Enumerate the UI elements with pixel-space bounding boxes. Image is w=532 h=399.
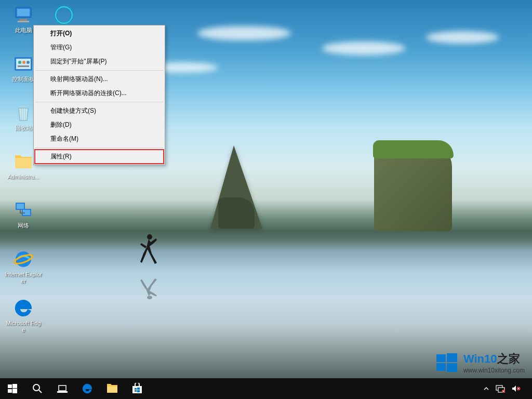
svg-point-8	[18, 61, 21, 64]
svg-rect-26	[8, 389, 12, 393]
svg-rect-30	[59, 385, 66, 391]
desktop-icon-internet-explorer[interactable]: Internet Explorer	[4, 246, 43, 291]
taskbar-file-explorer-button[interactable]	[100, 378, 125, 399]
cortana-icon	[53, 4, 75, 26]
wallpaper-runner	[134, 233, 160, 268]
tray-network-icon[interactable]	[493, 378, 508, 399]
menu-item-open[interactable]: 打开(O)	[35, 26, 164, 41]
menu-separator	[35, 148, 163, 148]
desktop-icon-label: Administra...	[7, 174, 39, 180]
svg-rect-13	[17, 204, 24, 209]
tray-clock[interactable]	[524, 378, 532, 399]
svg-rect-7	[16, 59, 31, 69]
svg-rect-37	[137, 390, 140, 392]
svg-point-10	[26, 61, 30, 64]
svg-rect-5	[18, 21, 29, 22]
desktop-icon-network[interactable]: 网络	[4, 197, 43, 242]
tray-overflow-button[interactable]	[480, 378, 493, 399]
this-pc-icon	[12, 4, 34, 26]
search-button[interactable]	[25, 378, 50, 399]
watermark-title: Win10之家	[463, 351, 525, 367]
tray-volume-icon[interactable]	[508, 378, 524, 399]
start-button[interactable]	[0, 378, 25, 399]
task-view-button[interactable]	[50, 378, 75, 399]
control-panel-icon	[12, 53, 34, 75]
wallpaper-rock-right	[364, 130, 468, 231]
svg-rect-35	[137, 388, 140, 390]
menu-separator	[35, 102, 163, 102]
context-menu: 打开(O) 管理(G) 固定到"开始"屏幕(P) 映射网络驱动器(N)... 断…	[33, 25, 165, 165]
svg-point-0	[147, 234, 152, 240]
menu-item-manage[interactable]: 管理(G)	[35, 41, 164, 55]
taskbar-edge-button[interactable]	[75, 378, 100, 399]
desktop-icon-label: 回收站	[15, 125, 32, 131]
desktop-icon-label: Internet Explorer	[5, 271, 42, 284]
svg-point-9	[22, 61, 25, 64]
desktop-icon-label: 网络	[18, 222, 29, 229]
svg-rect-4	[20, 19, 27, 21]
menu-item-properties[interactable]: 属性(R)	[35, 150, 164, 164]
desktop-icon-label: Microsoft Edge	[5, 320, 42, 333]
svg-point-1	[147, 296, 152, 299]
menu-item-map-network-drive[interactable]: 映射网络驱动器(N)...	[35, 72, 164, 86]
menu-item-rename[interactable]: 重命名(M)	[35, 132, 164, 146]
windows-logo-icon	[435, 351, 458, 374]
svg-rect-31	[57, 391, 68, 393]
desktop-icon-label: 控制面板	[12, 76, 35, 83]
edge-icon	[12, 297, 34, 319]
svg-rect-36	[135, 390, 137, 392]
menu-item-delete[interactable]: 删除(D)	[35, 118, 164, 132]
svg-rect-20	[436, 354, 446, 362]
wallpaper-rock-left	[210, 145, 262, 229]
svg-line-29	[39, 390, 42, 393]
menu-item-disconnect-network-drive[interactable]: 断开网络驱动器的连接(C)...	[35, 86, 164, 100]
user-folder-icon	[12, 151, 34, 172]
system-tray	[480, 378, 532, 399]
wallpaper-runner-reflection	[134, 284, 160, 301]
desktop[interactable]: 此电脑 控制面板 回收站 Administra... 网络	[0, 0, 532, 399]
desktop-icon-label: 此电脑	[15, 27, 32, 34]
watermark: Win10之家 www.win10xitong.com	[435, 351, 525, 374]
svg-rect-3	[17, 9, 30, 16]
svg-rect-32	[107, 387, 117, 393]
svg-rect-24	[8, 384, 12, 388]
taskbar	[0, 378, 532, 399]
svg-rect-34	[135, 388, 137, 390]
menu-separator	[35, 70, 163, 71]
svg-rect-27	[12, 389, 17, 393]
menu-item-pin-to-start[interactable]: 固定到"开始"屏幕(P)	[35, 55, 164, 69]
ie-icon	[12, 248, 34, 270]
desktop-icon-microsoft-edge[interactable]: Microsoft Edge	[4, 295, 43, 340]
svg-point-28	[33, 384, 39, 391]
svg-rect-22	[436, 363, 446, 371]
svg-rect-25	[12, 384, 17, 388]
taskbar-store-button[interactable]	[125, 378, 150, 399]
svg-point-19	[56, 7, 72, 23]
recycle-bin-icon	[12, 102, 34, 124]
svg-rect-21	[447, 353, 457, 362]
watermark-url: www.win10xitong.com	[463, 367, 525, 374]
svg-rect-23	[447, 363, 457, 372]
menu-item-create-shortcut[interactable]: 创建快捷方式(S)	[35, 104, 164, 118]
network-icon	[12, 200, 34, 221]
svg-rect-11	[18, 65, 29, 67]
